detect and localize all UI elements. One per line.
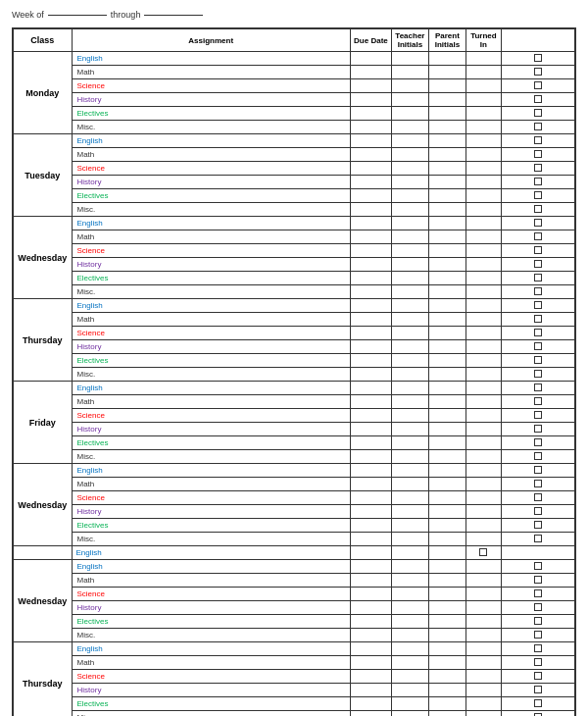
parent-initials-cell[interactable] [466,52,501,66]
teacher-initials-cell[interactable] [428,327,466,340]
turned-in-cell[interactable] [501,340,575,354]
teacher-initials-cell[interactable] [428,121,466,134]
teacher-initials-cell[interactable] [428,670,466,684]
assignment-cell[interactable] [350,52,391,66]
parent-initials-cell[interactable] [466,642,501,656]
due-date-cell[interactable] [391,505,428,519]
turned-in-cell[interactable] [501,203,575,217]
turned-in-cell[interactable] [501,409,575,423]
turned-in-cell[interactable] [501,79,575,93]
parent-initials-cell[interactable] [466,601,501,615]
assignment-cell[interactable] [350,354,391,368]
parent-initials-cell[interactable] [466,519,501,533]
due-date-cell[interactable] [391,189,428,203]
parent-initials-cell[interactable] [466,162,501,176]
turned-in-cell[interactable] [501,244,575,258]
due-date-cell[interactable] [391,382,428,395]
assignment-cell[interactable] [350,313,391,327]
assignment-cell[interactable] [350,327,391,340]
turned-in-cell[interactable] [501,491,575,505]
due-date-cell[interactable] [391,711,428,717]
assignment-cell[interactable] [350,491,391,505]
teacher-initials-cell[interactable] [428,217,466,230]
due-date-cell[interactable] [391,629,428,642]
due-date-cell[interactable] [391,162,428,176]
due-date-cell[interactable] [391,574,428,588]
assignment-cell[interactable] [350,409,391,423]
turned-in-cell[interactable] [501,230,575,244]
due-date-cell[interactable] [391,299,428,313]
teacher-initials-cell[interactable] [428,574,466,588]
assignment-cell[interactable] [350,340,391,354]
turned-in-cell[interactable] [501,642,575,656]
turned-in-cell[interactable] [501,588,575,601]
assignment-cell[interactable] [350,162,391,176]
turned-in-cell[interactable] [501,189,575,203]
turned-in-cell[interactable] [501,382,575,395]
parent-initials-cell[interactable] [466,697,501,711]
parent-initials-cell[interactable] [466,217,501,230]
due-date-cell[interactable] [350,546,391,560]
parent-initials-cell[interactable] [466,615,501,629]
teacher-initials-cell[interactable] [428,93,466,107]
due-date-cell[interactable] [391,203,428,217]
teacher-initials-cell[interactable] [428,450,466,464]
parent-initials-cell[interactable] [466,203,501,217]
due-date-cell[interactable] [391,285,428,299]
due-date-cell[interactable] [391,66,428,79]
turned-in-cell[interactable] [501,615,575,629]
teacher-initials-cell[interactable] [428,478,466,491]
assignment-cell[interactable] [350,244,391,258]
assignment-cell[interactable] [350,629,391,642]
assignment-cell[interactable] [350,230,391,244]
teacher-initials-cell[interactable] [428,313,466,327]
due-date-cell[interactable] [391,656,428,670]
due-date-cell[interactable] [391,354,428,368]
assignment-cell[interactable] [350,395,391,409]
turned-in-cell[interactable] [501,162,575,176]
parent-initials-cell[interactable] [466,395,501,409]
due-date-cell[interactable] [391,368,428,382]
teacher-initials-cell[interactable] [428,189,466,203]
parent-initials-cell[interactable] [466,148,501,162]
parent-initials-cell[interactable] [466,66,501,79]
turned-in-cell[interactable] [501,327,575,340]
teacher-initials-cell[interactable] [428,285,466,299]
teacher-initials-cell[interactable] [428,711,466,717]
turned-in-cell[interactable] [501,272,575,285]
teacher-initials-cell[interactable] [428,560,466,574]
assignment-cell[interactable] [350,176,391,189]
teacher-initials-cell[interactable] [428,52,466,66]
parent-initials-cell[interactable] [466,258,501,272]
turned-in-cell[interactable] [501,670,575,684]
turned-in-cell[interactable] [501,423,575,436]
parent-initials-cell[interactable] [466,327,501,340]
turned-in-cell[interactable] [501,505,575,519]
parent-initials-cell[interactable] [466,670,501,684]
turned-in-cell[interactable] [501,574,575,588]
parent-initials-cell[interactable] [466,285,501,299]
parent-initials-cell[interactable] [466,79,501,93]
assignment-cell[interactable] [350,272,391,285]
assignment-cell[interactable] [350,478,391,491]
parent-initials-cell[interactable] [466,505,501,519]
turned-in-cell[interactable] [501,121,575,134]
due-date-cell[interactable] [391,601,428,615]
turned-in-cell[interactable] [466,546,501,560]
teacher-initials-cell[interactable] [428,203,466,217]
turned-in-cell[interactable] [501,176,575,189]
teacher-initials-cell[interactable] [428,588,466,601]
parent-initials-cell[interactable] [466,588,501,601]
teacher-initials-cell[interactable] [428,629,466,642]
due-date-cell[interactable] [391,436,428,450]
parent-initials-cell[interactable] [466,354,501,368]
parent-initials-cell[interactable] [466,436,501,450]
assignment-cell[interactable] [350,588,391,601]
due-date-cell[interactable] [391,560,428,574]
parent-initials-cell[interactable] [466,464,501,478]
parent-initials-cell[interactable] [466,711,501,717]
teacher-initials-cell[interactable] [428,519,466,533]
due-date-cell[interactable] [391,313,428,327]
assignment-cell[interactable] [350,656,391,670]
due-date-cell[interactable] [391,615,428,629]
